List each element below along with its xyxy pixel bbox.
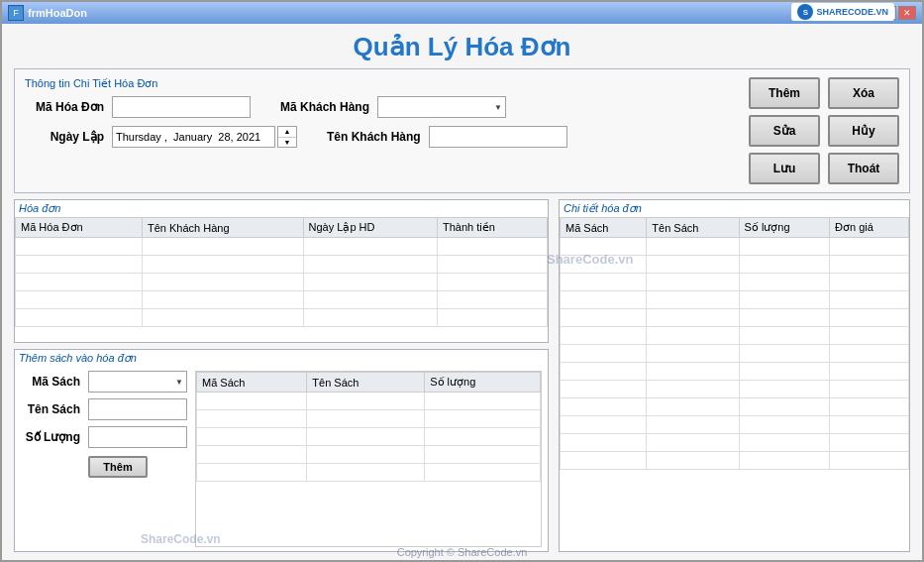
ten-sach-label: Tên Sách [21, 402, 80, 416]
table-row [561, 363, 909, 381]
hoa-don-table: Mã Hóa Đơn Tên Khách Hàng Ngày Lập HD Th… [15, 217, 548, 327]
btn-row-3: Lưu Thoát [749, 153, 899, 184]
table-row [561, 291, 909, 309]
ngay-lap-label: Ngày Lập [25, 130, 104, 144]
logo: S SHARECODE.VN [791, 3, 894, 21]
table-row [197, 446, 541, 464]
hd-col-thanh: Thành tiền [437, 218, 547, 238]
main-window: F frmHoaDon S SHARECODE.VN ─ □ ✕ Quản Lý… [0, 0, 924, 562]
ma-sach-label: Mã Sách [21, 375, 80, 389]
hoa-don-section: Hóa đơn Mã Hóa Đơn Tên Khách Hàng Ngày L… [14, 199, 549, 343]
ma-sach-select[interactable] [88, 371, 187, 393]
sua-button[interactable]: Sửa [749, 115, 820, 147]
btn-row-1: Thêm Xóa [749, 77, 899, 109]
ct-col-soluong: Số lượng [739, 218, 830, 238]
date-field: ▲ ▼ [112, 126, 297, 148]
so-luong-field: Số Lượng [21, 426, 187, 448]
hd-col-ten: Tên Khách Hàng [142, 218, 303, 238]
date-input[interactable] [112, 126, 275, 148]
close-button[interactable]: ✕ [898, 6, 916, 20]
them-sach-section: Thêm sách vào hóa đơn Mã Sách [14, 349, 549, 552]
window-icon: F [8, 5, 24, 21]
ma-khach-hang-label: Mã Khách Hàng [280, 100, 369, 114]
table-row [561, 416, 909, 434]
ma-khach-hang-select-wrapper [377, 96, 506, 118]
table-row [561, 274, 909, 291]
hoa-don-table-container: Mã Hóa Đơn Tên Khách Hàng Ngày Lập HD Th… [15, 217, 548, 342]
huy-button[interactable]: Hủy [828, 115, 899, 147]
xoa-button[interactable]: Xóa [828, 77, 899, 109]
date-up-arrow[interactable]: ▲ [278, 127, 296, 138]
top-section-label: Thông tin Chi Tiết Hóa Đơn [25, 77, 729, 90]
table-row [561, 256, 909, 274]
chi-tiet-table-container: Mã Sách Tên Sách Số lượng Đơn giá [560, 217, 909, 551]
them-button[interactable]: Thêm [749, 77, 820, 109]
table-row [16, 309, 548, 327]
right-panel: Chi tiết hóa đơn Mã Sách Tên Sách Số lượ… [559, 199, 910, 552]
table-row [197, 464, 541, 482]
them-sach-btn-container: Thêm [21, 454, 187, 478]
btn-row-2: Sửa Hủy [749, 115, 899, 147]
table-row [561, 327, 909, 345]
table-row [16, 291, 548, 309]
them-sach-button[interactable]: Thêm [88, 456, 148, 478]
hoa-don-label: Hóa đơn [15, 200, 548, 217]
so-luong-label: Số Lượng [21, 430, 80, 444]
them-sach-table: Mã Sách Tên Sách Số lượng [196, 372, 541, 482]
ten-khach-hang-label: Tên Khách Hàng [327, 130, 421, 144]
buttons-panel: Thêm Xóa Sửa Hủy Lưu Thoát [749, 77, 899, 184]
form-row-1: Mã Hóa Đơn Mã Khách Hàng [25, 96, 729, 118]
table-row [561, 381, 909, 398]
ma-hoa-don-label: Mã Hóa Đơn [25, 100, 104, 114]
ten-sach-input[interactable] [88, 398, 187, 420]
table-row [197, 428, 541, 446]
luu-button[interactable]: Lưu [749, 153, 820, 184]
them-sach-form: Mã Sách Tên Sách [21, 371, 187, 547]
so-luong-input[interactable] [88, 426, 187, 448]
them-sach-inner: Mã Sách Tên Sách [15, 367, 548, 551]
ct-col-dongia: Đơn giá [830, 218, 909, 238]
table-row [16, 274, 548, 291]
window-title: frmHoaDon [28, 7, 859, 19]
title-bar: F frmHoaDon S SHARECODE.VN ─ □ ✕ [2, 2, 922, 24]
table-row [561, 434, 909, 452]
ngay-lap-field: Ngày Lập ▲ ▼ [25, 126, 297, 148]
form-area: Thông tin Chi Tiết Hóa Đơn Mã Hóa Đơn Mã… [25, 77, 729, 156]
date-spinner[interactable]: ▲ ▼ [277, 126, 297, 148]
them-sach-label: Thêm sách vào hóa đơn [15, 350, 548, 367]
table-row [561, 309, 909, 327]
table-row [16, 256, 548, 274]
table-row [197, 393, 541, 410]
logo-icon: S [797, 4, 813, 20]
chi-tiet-table: Mã Sách Tên Sách Số lượng Đơn giá [560, 217, 909, 470]
ma-hoa-don-field: Mã Hóa Đơn [25, 96, 251, 118]
ma-khach-hang-select[interactable] [377, 96, 506, 118]
table-row [16, 238, 548, 256]
chi-tiet-label: Chi tiết hóa đơn [560, 200, 909, 217]
logo-text: SHARECODE.VN [816, 7, 888, 17]
ts-col-ma: Mã Sách [197, 373, 307, 393]
ma-hoa-don-input[interactable] [112, 96, 251, 118]
table-row [561, 452, 909, 470]
date-down-arrow[interactable]: ▼ [278, 138, 296, 148]
hd-col-ma: Mã Hóa Đơn [16, 218, 143, 238]
ts-col-sl: Số lượng [425, 373, 541, 393]
bottom-section: Hóa đơn Mã Hóa Đơn Tên Khách Hàng Ngày L… [14, 199, 910, 552]
top-section: Thông tin Chi Tiết Hóa Đơn Mã Hóa Đơn Mã… [14, 68, 910, 193]
page-title: Quản Lý Hóa Đơn [14, 32, 910, 62]
ten-sach-field: Tên Sách [21, 398, 187, 420]
left-panel: Hóa đơn Mã Hóa Đơn Tên Khách Hàng Ngày L… [14, 199, 549, 552]
them-sach-table-container: Mã Sách Tên Sách Số lượng [195, 371, 542, 547]
ma-sach-select-wrapper [88, 371, 187, 393]
ma-sach-field: Mã Sách [21, 371, 187, 393]
ma-khach-hang-field: Mã Khách Hàng [280, 96, 506, 118]
table-row [561, 238, 909, 256]
window-content: Quản Lý Hóa Đơn Thông tin Chi Tiết Hóa Đ… [2, 24, 922, 560]
ten-khach-hang-field: Tên Khách Hàng [327, 126, 567, 148]
table-row [561, 398, 909, 416]
ct-col-tensach: Tên Sách [647, 218, 739, 238]
hd-col-ngay: Ngày Lập HD [303, 218, 437, 238]
table-row [197, 410, 541, 428]
thoat-button[interactable]: Thoát [828, 153, 899, 184]
ten-khach-hang-input[interactable] [429, 126, 567, 148]
